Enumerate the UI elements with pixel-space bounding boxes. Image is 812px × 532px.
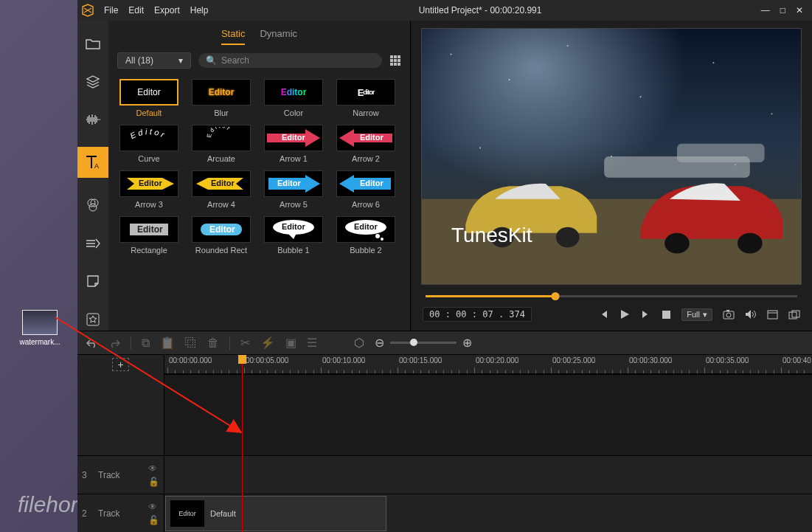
visibility-icon[interactable]: 👁 xyxy=(148,463,159,474)
preview-scrub-bar[interactable] xyxy=(421,289,802,303)
preset-arrow1[interactable]: Editor Arrow 1 xyxy=(262,125,325,163)
prev-frame-icon[interactable] xyxy=(598,309,608,319)
crop-icon[interactable]: ▣ xyxy=(285,336,296,350)
preset-arrow3[interactable]: Editor Arrow 3 xyxy=(117,170,181,209)
close-icon[interactable]: ✕ xyxy=(796,5,803,15)
svg-rect-56 xyxy=(662,311,670,319)
menu-edit[interactable]: Edit xyxy=(128,5,144,15)
scrub-knob[interactable] xyxy=(552,292,560,300)
popout-icon[interactable] xyxy=(788,310,800,319)
volume-icon[interactable] xyxy=(745,309,757,319)
preset-thumb: E d i t o r xyxy=(192,125,251,151)
preset-default[interactable]: Editor Default xyxy=(117,79,181,117)
maximize-icon[interactable]: □ xyxy=(780,5,785,15)
menu-export[interactable]: Export xyxy=(154,5,180,15)
timeline-ruler[interactable]: 00:00:00.00000:00:05.00000:00:10.00000:0… xyxy=(164,355,812,374)
preview-size-select[interactable]: Full▾ xyxy=(681,308,712,321)
preset-curve[interactable]: E d i t o r Curve xyxy=(117,125,181,163)
cut-icon[interactable]: ✂ xyxy=(240,336,250,350)
tab-dynamic[interactable]: Dynamic xyxy=(260,28,297,45)
rail-audio-icon[interactable] xyxy=(82,109,104,131)
svg-rect-8 xyxy=(398,55,400,58)
tab-static[interactable]: Static xyxy=(221,28,246,45)
playhead[interactable] xyxy=(242,355,243,532)
preset-label: Default xyxy=(117,106,181,117)
preset-rounded[interactable]: Editor Rounded Rect xyxy=(190,216,253,255)
rail-favorites-icon[interactable] xyxy=(82,308,104,331)
lock-icon[interactable]: 🔓 xyxy=(148,477,159,487)
adjust-icon[interactable]: ☰ xyxy=(307,336,317,350)
track-label: Track xyxy=(98,470,120,480)
redo-icon[interactable] xyxy=(108,338,120,348)
preset-narrow[interactable]: Editor Narrow xyxy=(334,79,398,117)
next-frame-icon[interactable] xyxy=(641,309,651,319)
svg-point-41 xyxy=(451,53,452,55)
rail-stickers-icon[interactable] xyxy=(82,271,104,293)
rail-effects-icon[interactable] xyxy=(82,194,104,216)
svg-text:Editor: Editor xyxy=(360,179,384,187)
menu-help[interactable]: Help xyxy=(190,5,209,15)
preset-label: Rounded Rect xyxy=(190,243,253,255)
svg-rect-9 xyxy=(390,59,393,62)
visibility-icon[interactable]: 👁 xyxy=(148,502,159,512)
desktop-file-label: watermark... xyxy=(18,338,62,346)
copy-icon[interactable]: ⧉ xyxy=(142,336,150,350)
duplicate-icon[interactable]: ⿻ xyxy=(185,336,197,350)
preset-category-label: All (18) xyxy=(125,55,153,66)
preset-arcuate[interactable]: E d i t o r Arcuate xyxy=(190,125,253,163)
preset-arrow4[interactable]: Editor Arrow 4 xyxy=(190,170,253,209)
preview-overlay-text[interactable]: TunesKit xyxy=(451,224,532,247)
preset-bubble1[interactable]: Editor Bubble 1 xyxy=(262,216,325,255)
preset-label: Arrow 1 xyxy=(262,151,325,163)
zoom-slider[interactable] xyxy=(390,342,457,344)
timeline-toolbar: ⧉ 📋 ⿻ 🗑 ✂ ⚡ ▣ ☰ ⬡ ⊖ ⊕ xyxy=(77,331,812,354)
marker-icon[interactable]: ⬡ xyxy=(354,336,364,350)
rail-text-icon[interactable]: A xyxy=(77,147,108,178)
minimize-icon[interactable]: — xyxy=(761,5,770,15)
lock-icon[interactable]: 🔓 xyxy=(148,515,159,525)
play-icon[interactable] xyxy=(619,308,631,320)
preset-arrow2[interactable]: Editor Arrow 2 xyxy=(334,125,398,163)
timeline-tracks-area[interactable]: 00:00:00.00000:00:05.00000:00:10.00000:0… xyxy=(164,355,812,532)
undo-icon[interactable] xyxy=(86,338,98,348)
preset-label: Arrow 6 xyxy=(334,197,398,209)
zoom-out-icon[interactable]: ⊖ xyxy=(375,336,384,350)
timeline-track-3[interactable] xyxy=(164,455,812,494)
preview-video[interactable]: TunesKit xyxy=(421,28,802,285)
snapshot-icon[interactable] xyxy=(723,309,735,319)
rail-transitions-icon[interactable] xyxy=(82,232,104,255)
track-header-2[interactable]: 2 Track 👁🔓 xyxy=(77,494,164,532)
preset-bubble2[interactable]: Editor Bubble 2 xyxy=(334,216,398,255)
stop-icon[interactable] xyxy=(662,310,671,319)
preset-search-input[interactable]: 🔍 Search xyxy=(198,53,382,68)
timeline-track-2[interactable]: Editor Default xyxy=(164,494,812,532)
track-header-3[interactable]: 3 Track 👁🔓 xyxy=(77,455,164,494)
preset-thumb: Editor xyxy=(119,170,178,197)
rail-media-icon[interactable] xyxy=(82,32,104,55)
preset-thumb: Editor xyxy=(264,170,323,197)
rail-layers-icon[interactable] xyxy=(82,71,104,93)
speed-icon[interactable]: ⚡ xyxy=(260,336,275,350)
preset-thumb: Editor xyxy=(336,79,395,106)
fullscreen-icon[interactable] xyxy=(767,310,778,319)
preset-arrow6[interactable]: Editor Arrow 6 xyxy=(334,170,398,209)
delete-icon[interactable]: 🗑 xyxy=(207,336,219,350)
desktop-file-icon[interactable]: watermark... xyxy=(18,310,62,346)
menu-file[interactable]: File xyxy=(104,5,118,15)
preset-filter-bar: All (18) ▾ 🔍 Search xyxy=(108,48,410,73)
preset-thumb: Editor xyxy=(336,216,395,243)
timeline-empty-area[interactable] xyxy=(164,374,812,455)
search-placeholder: Search xyxy=(221,55,249,66)
preset-blur[interactable]: Editor Blur xyxy=(190,79,253,117)
add-track-button[interactable]: + xyxy=(112,358,128,371)
preset-arrow5[interactable]: Editor Arrow 5 xyxy=(262,170,325,209)
paste-icon[interactable]: 📋 xyxy=(160,336,175,350)
grid-view-icon[interactable] xyxy=(389,55,401,66)
timeline-clip[interactable]: Editor Default xyxy=(165,496,386,531)
preset-category-dropdown[interactable]: All (18) ▾ xyxy=(117,52,191,69)
preset-color[interactable]: Editor Color xyxy=(262,79,325,117)
zoom-in-icon[interactable]: ⊕ xyxy=(462,336,472,350)
preset-thumb: Editor xyxy=(192,79,251,106)
preset-rectangle[interactable]: Editor Rectangle xyxy=(117,216,181,255)
preset-thumb: Editor xyxy=(192,170,251,197)
